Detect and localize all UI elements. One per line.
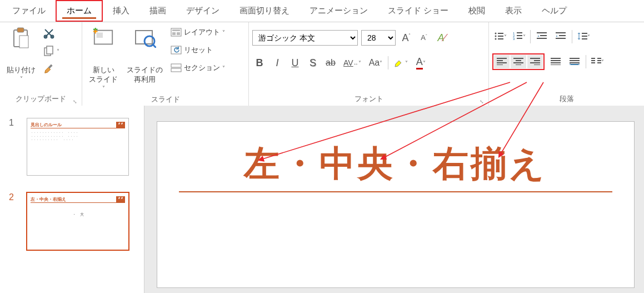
align-left-button[interactable]	[494, 55, 510, 68]
underline-icon: U	[292, 57, 299, 69]
increase-font-size-button[interactable]: Aˆ	[399, 31, 413, 45]
svg-rect-26	[517, 32, 522, 33]
columns-button[interactable]	[590, 55, 605, 68]
line-spacing-button[interactable]	[576, 30, 591, 43]
svg-rect-59	[591, 58, 595, 59]
group-clipboard-label: クリップボード	[16, 94, 66, 104]
thumbnail-1[interactable]: 見出しのルール＃＃ ・・・・・・・・・・・・ ・・・・・・・・・・・・・・・・ …	[27, 118, 129, 176]
svg-rect-1	[17, 28, 24, 32]
thumbnail-2[interactable]: 左・中央・右揃え＃＃ ・ 大	[27, 192, 129, 250]
increase-indent-button[interactable]	[553, 30, 568, 43]
svg-rect-15	[177, 32, 180, 35]
italic-icon: I	[276, 57, 278, 69]
bullets-icon	[494, 32, 504, 42]
cut-button[interactable]	[41, 27, 62, 40]
slide-canvas[interactable]: 左・中央・右揃え	[157, 121, 635, 288]
underline-button[interactable]: U	[288, 56, 302, 70]
layout-button[interactable]: レイアウト	[168, 26, 227, 39]
section-button[interactable]: セクション	[168, 61, 227, 75]
tab-review[interactable]: 校閲	[458, 0, 495, 22]
ribbon-tabs: ファイル ホーム 挿入 描画 デザイン 画面切り替え アニメーション スライド …	[0, 0, 644, 22]
svg-rect-31	[537, 32, 547, 33]
align-left-icon	[497, 57, 507, 67]
tab-transition[interactable]: 画面切り替え	[229, 0, 299, 22]
line-spacing-icon	[577, 32, 587, 42]
thumb-number-1: 1	[9, 118, 16, 176]
columns-icon	[591, 57, 601, 67]
new-slide-icon	[92, 27, 114, 49]
char-spacing-button[interactable]: AV↔	[341, 56, 363, 70]
slide-thumbnails-pane: 1 見出しのルール＃＃ ・・・・・・・・・・・・ ・・・・・・・・・・・・・・・…	[0, 106, 144, 293]
tab-draw[interactable]: 描画	[139, 0, 176, 22]
font-name-select[interactable]: 游ゴシック 本文	[252, 30, 358, 46]
copy-icon	[43, 46, 54, 57]
svg-rect-38	[582, 36, 587, 37]
strikethrough-button[interactable]: ab	[323, 56, 338, 70]
shadow-button[interactable]: S	[306, 56, 320, 70]
svg-rect-40	[497, 58, 507, 59]
paste-button[interactable]: 貼り付け	[3, 24, 39, 85]
copy-button[interactable]	[41, 44, 62, 58]
decrease-font-size-button[interactable]: Aˇ	[417, 31, 431, 45]
align-center-button[interactable]	[511, 55, 526, 68]
svg-rect-50	[530, 62, 540, 63]
tab-home[interactable]: ホーム	[56, 0, 103, 22]
svg-rect-48	[530, 58, 540, 59]
distribute-button[interactable]	[567, 55, 582, 68]
format-painter-button[interactable]	[41, 62, 62, 76]
font-dialog-launcher-icon[interactable]: ⤡	[480, 99, 484, 105]
slide-title[interactable]: 左・中央・右揃え	[244, 140, 547, 188]
clipboard-dialog-launcher-icon[interactable]: ⤡	[73, 99, 77, 105]
distribute-icon	[570, 57, 580, 67]
highlight-color-button[interactable]	[392, 56, 410, 70]
svg-rect-35	[559, 35, 566, 36]
bullets-button[interactable]	[492, 30, 508, 43]
tab-animation[interactable]: アニメーション	[299, 0, 378, 22]
thumb2-title: 左・中央・右揃え	[31, 196, 66, 202]
svg-rect-9	[97, 32, 103, 38]
svg-rect-52	[551, 58, 561, 59]
italic-button[interactable]: I	[270, 56, 284, 70]
tab-file[interactable]: ファイル	[2, 0, 56, 22]
bold-button[interactable]: B	[252, 56, 267, 70]
svg-rect-62	[597, 58, 601, 59]
group-clipboard: 貼り付け	[0, 22, 82, 106]
svg-rect-57	[570, 60, 580, 61]
svg-rect-39	[582, 38, 587, 39]
svg-rect-20	[498, 33, 503, 34]
svg-rect-55	[551, 64, 561, 65]
font-size-select[interactable]: 28	[361, 30, 396, 46]
svg-rect-32	[540, 35, 547, 36]
decrease-indent-button[interactable]	[534, 30, 550, 43]
group-font-label: フォント	[355, 94, 383, 104]
font-color-button[interactable]: A	[413, 56, 428, 70]
tab-view[interactable]: 表示	[495, 0, 532, 22]
reuse-slides-button[interactable]: スライドの 再利用	[123, 24, 166, 87]
change-case-icon: Aa	[369, 58, 380, 68]
thumb-row-1[interactable]: 1 見出しのルール＃＃ ・・・・・・・・・・・・ ・・・・・・・・・・・・・・・…	[0, 116, 144, 190]
justify-button[interactable]	[548, 55, 563, 68]
svg-text:3: 3	[513, 37, 515, 41]
paste-label: 貼り付け	[7, 66, 36, 75]
layout-label: レイアウト	[184, 27, 220, 37]
align-right-button[interactable]	[527, 55, 543, 68]
svg-rect-45	[516, 60, 521, 61]
svg-rect-22	[498, 36, 503, 37]
clear-formatting-button[interactable]: A⁄	[435, 31, 449, 45]
tab-help[interactable]: ヘルプ	[532, 0, 577, 22]
thumb-row-2[interactable]: 2 左・中央・右揃え＃＃ ・ 大	[0, 190, 144, 265]
svg-rect-42	[497, 62, 507, 63]
tab-design[interactable]: デザイン	[176, 0, 229, 22]
reset-icon	[171, 44, 182, 56]
slide-title-underline	[179, 191, 612, 192]
new-slide-button[interactable]: 新しい スライド	[86, 24, 121, 94]
reset-button[interactable]: リセット	[168, 43, 227, 57]
svg-rect-43	[497, 64, 503, 65]
numbering-button[interactable]: 123	[511, 30, 527, 43]
tab-slideshow[interactable]: スライド ショー	[378, 0, 458, 22]
alignment-highlight-box	[492, 53, 545, 70]
change-case-button[interactable]: Aa	[367, 56, 385, 70]
svg-rect-34	[556, 32, 566, 33]
tab-insert[interactable]: 挿入	[103, 0, 139, 22]
reuse-slides-label: スライドの 再利用	[127, 66, 163, 85]
